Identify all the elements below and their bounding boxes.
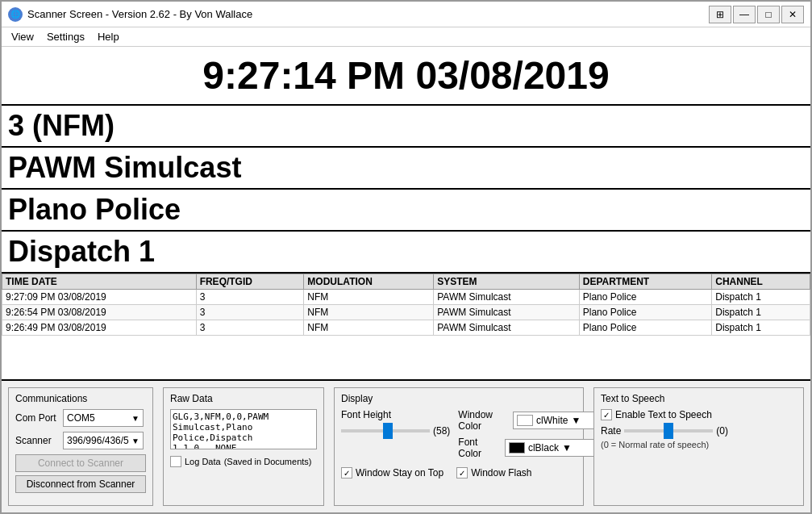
title-bar-text: Scanner Screen - Version 2.62 - By Von W… <box>27 8 252 20</box>
department-display: Plano Police <box>2 190 810 232</box>
minimize-button[interactable]: — <box>733 6 756 23</box>
display-panel: Display Font Height (58) Window Color <box>334 387 584 506</box>
comm-title: Communications <box>15 393 146 404</box>
font-height-slider[interactable] <box>341 429 430 433</box>
table-row: 9:26:54 PM 03/08/20193NFMPAWM SimulcastP… <box>2 305 810 320</box>
log-checkbox[interactable] <box>170 456 181 467</box>
channel-display: Dispatch 1 <box>2 232 810 274</box>
raw-data-panel: Raw Data Log Data (Saved in Documents) <box>163 387 324 506</box>
com-port-select[interactable]: COM5 ▼ <box>63 409 144 427</box>
display-title: Display <box>341 393 577 404</box>
raw-data-title: Raw Data <box>170 393 317 404</box>
tts-panel: Text to Speech ✓ Enable Text to Speech R… <box>593 387 804 506</box>
log-row: Log Data (Saved in Documents) <box>170 456 317 467</box>
title-bar-controls: ⊞ — □ ✕ <box>709 6 804 23</box>
communications-panel: Communications Com Port COM5 ▼ Scanner 3… <box>8 387 153 506</box>
maximize-button[interactable]: □ <box>757 6 780 23</box>
datetime-text: 9:27:14 PM 03/08/2019 <box>202 54 609 97</box>
log-label: Log Data <box>185 457 221 466</box>
com-port-value: COM5 <box>67 412 95 424</box>
font-color-row: Font Color clBlack ▼ <box>458 437 594 459</box>
tts-enable-checkbox[interactable]: ✓ <box>601 409 612 420</box>
scanner-select[interactable]: 396/996/436/5 ▼ <box>63 432 144 449</box>
font-color-select[interactable]: clBlack ▼ <box>505 439 594 457</box>
font-height-label: Font Height <box>341 409 391 420</box>
scanner-row: Scanner 396/996/436/5 ▼ <box>15 432 146 449</box>
title-bar: 🌐 Scanner Screen - Version 2.62 - By Von… <box>2 2 810 27</box>
bottom-panel: Communications Com Port COM5 ▼ Scanner 3… <box>2 379 810 512</box>
channel-text: Dispatch 1 <box>8 235 155 268</box>
app-icon: 🌐 <box>8 7 23 22</box>
col-header-mod: MODULATION <box>304 274 434 290</box>
font-color-box <box>509 442 525 453</box>
system-name-display: PAWM Simulcast <box>2 148 810 190</box>
window-flash-label: Window Flash <box>471 467 531 478</box>
log-table: TIME DATE FREQ/TGID MODULATION SYSTEM DE… <box>2 274 810 336</box>
font-color-label: Font Color <box>458 437 500 459</box>
tts-rate-row: Rate (0) <box>601 425 797 437</box>
scanner-value: 396/996/436/5 <box>67 435 129 446</box>
mode-display: 3 (NFM) <box>2 106 810 148</box>
window-color-box <box>517 415 533 426</box>
connect-button[interactable]: Connect to Scanner <box>15 454 146 472</box>
com-port-label: Com Port <box>15 412 60 424</box>
system-name-text: PAWM Simulcast <box>8 151 241 184</box>
window-stay-row: ✓ Window Stay on Top <box>341 467 443 478</box>
window-color-select[interactable]: clWhite ▼ <box>513 412 594 429</box>
col-header-time: TIME DATE <box>2 274 197 290</box>
tts-rate-slider[interactable] <box>624 429 713 433</box>
menu-bar: View Settings Help <box>2 27 810 47</box>
menu-settings[interactable]: Settings <box>40 29 91 44</box>
com-port-arrow-icon: ▼ <box>131 414 139 423</box>
tts-rate-label: Rate <box>601 425 621 437</box>
com-port-row: Com Port COM5 ▼ <box>15 409 146 427</box>
window-color-value: clWhite <box>536 415 568 426</box>
tts-enable-label: Enable Text to Speech <box>615 409 712 420</box>
window-stay-label: Window Stay on Top <box>356 467 443 478</box>
scanner-label: Scanner <box>15 435 60 446</box>
close-button[interactable]: ✕ <box>781 6 804 23</box>
tts-title: Text to Speech <box>601 393 797 404</box>
department-text: Plano Police <box>8 193 181 226</box>
tts-enable-row: ✓ Enable Text to Speech <box>601 409 797 420</box>
log-note: (Saved in Documents) <box>224 457 312 466</box>
restore-button[interactable]: ⊞ <box>709 6 731 23</box>
table-row: 9:27:09 PM 03/08/20193NFMPAWM SimulcastP… <box>2 290 810 305</box>
window-flash-row: ✓ Window Flash <box>456 467 531 478</box>
title-bar-left: 🌐 Scanner Screen - Version 2.62 - By Von… <box>8 7 252 22</box>
main-window: 🌐 Scanner Screen - Version 2.62 - By Von… <box>0 0 812 514</box>
log-table-section: TIME DATE FREQ/TGID MODULATION SYSTEM DE… <box>2 274 810 379</box>
font-height-value: (58) <box>433 425 450 437</box>
window-stay-checkbox[interactable]: ✓ <box>341 467 352 478</box>
menu-help[interactable]: Help <box>91 29 126 44</box>
window-flash-checkbox[interactable]: ✓ <box>456 467 468 478</box>
mode-text: 3 (NFM) <box>8 109 115 142</box>
font-color-arrow-icon: ▼ <box>562 442 572 453</box>
font-color-value: clBlack <box>528 442 559 453</box>
col-header-system: SYSTEM <box>434 274 580 290</box>
tts-rate-value: (0) <box>716 425 728 437</box>
col-header-channel: CHANNEL <box>712 274 810 290</box>
disconnect-button[interactable]: Disconnect from Scanner <box>15 475 146 493</box>
font-height-row: Font Height <box>341 409 450 420</box>
scanner-arrow-icon: ▼ <box>131 437 139 445</box>
window-color-row: Window Color clWhite ▼ <box>458 409 594 432</box>
tts-note: (0 = Normal rate of speech) <box>601 440 797 449</box>
datetime-display: 9:27:14 PM 03/08/2019 <box>2 47 810 106</box>
window-color-label: Window Color <box>458 409 508 432</box>
raw-data-textarea[interactable] <box>170 409 317 449</box>
menu-view[interactable]: View <box>5 29 40 44</box>
table-wrapper[interactable]: TIME DATE FREQ/TGID MODULATION SYSTEM DE… <box>2 274 810 379</box>
col-header-dept: DEPARTMENT <box>579 274 712 290</box>
table-row: 9:26:49 PM 03/08/20193NFMPAWM SimulcastP… <box>2 320 810 336</box>
col-header-freq: FREQ/TGID <box>196 274 304 290</box>
window-color-arrow-icon: ▼ <box>571 415 581 426</box>
font-height-slider-row: (58) <box>341 425 450 437</box>
